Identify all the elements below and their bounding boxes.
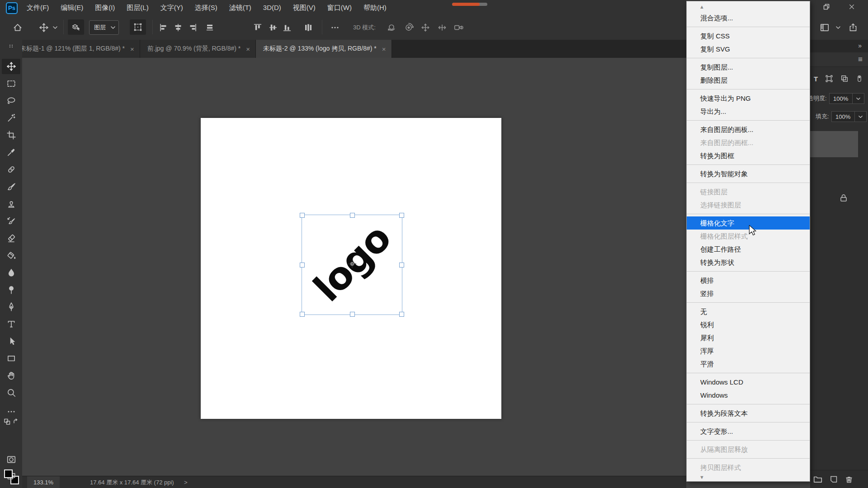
opacity-value-field[interactable]: 100% — [829, 93, 853, 104]
filter-smart-object-icon[interactable] — [840, 75, 849, 83]
3d-roll-button[interactable] — [404, 23, 414, 33]
context-menu-item-artboard-from-layers[interactable]: 来自图层的画板... — [687, 123, 810, 136]
document-canvas[interactable]: logo — [201, 118, 501, 419]
history-brush-tool[interactable] — [3, 213, 19, 229]
tool-preset-chevron[interactable] — [52, 25, 58, 30]
menu-window[interactable]: 窗口(W) — [321, 0, 358, 15]
menu-file[interactable]: 文件(F) — [21, 0, 55, 15]
align-vertical-centers-button[interactable] — [269, 23, 278, 32]
transform-bounding-box[interactable]: logo — [302, 215, 402, 315]
context-menu-item-antialias-crisp[interactable]: 犀利 — [687, 331, 810, 344]
menu-scroll-down-icon[interactable]: ▼ — [687, 474, 810, 482]
align-horizontal-centers-button[interactable] — [174, 23, 183, 32]
align-top-edges-button[interactable] — [253, 23, 262, 32]
tab-untitled-1[interactable]: 未标题-1 @ 121% (图层 1, RGB/8#) * × — [13, 40, 140, 58]
blur-tool[interactable] — [3, 265, 19, 280]
layers-panel-menu-button[interactable]: ≡ — [810, 52, 868, 67]
selected-layer-row[interactable] — [810, 131, 858, 157]
rectangle-tool[interactable] — [3, 351, 19, 366]
context-menu-item-quick-export-png[interactable]: 快速导出为 PNG — [687, 92, 810, 105]
context-menu-item-antialias-sharp[interactable]: 锐利 — [687, 318, 810, 331]
context-menu-item-create-work-path[interactable]: 创建工作路径 — [687, 243, 810, 256]
align-bottom-edges-button[interactable] — [283, 23, 292, 32]
brush-tool[interactable] — [3, 179, 19, 194]
path-selection-tool[interactable] — [3, 333, 19, 349]
crop-tool[interactable] — [3, 127, 19, 143]
transform-handle-n[interactable] — [350, 213, 355, 218]
background-layer-row[interactable] — [810, 189, 868, 207]
align-right-edges-button[interactable] — [188, 23, 197, 32]
menu-type[interactable]: 文字(Y) — [155, 0, 189, 15]
opacity-dropdown-button[interactable] — [853, 93, 864, 104]
move-tool[interactable] — [2, 59, 20, 74]
context-menu-item-copy-svg[interactable]: 复制 SVG — [687, 42, 810, 56]
transform-handle-nw[interactable] — [300, 213, 305, 218]
context-menu-item-convert-to-paragraph-text[interactable]: 转换为段落文本 — [687, 407, 810, 420]
window-close-button[interactable] — [842, 0, 862, 14]
context-menu-item-convert-to-frame[interactable]: 转换为图框 — [687, 149, 810, 162]
transform-handle-s[interactable] — [350, 312, 355, 317]
context-menu-item-convert-to-shape[interactable]: 转换为形状 — [687, 256, 810, 269]
tab-close-icon[interactable]: × — [382, 45, 386, 53]
window-restore-button[interactable] — [816, 0, 836, 14]
eyedropper-tool[interactable] — [3, 145, 19, 160]
new-group-icon[interactable] — [813, 475, 823, 484]
menu-image[interactable]: 图像(I) — [89, 0, 121, 15]
rectangular-marquee-tool[interactable] — [3, 76, 19, 91]
show-transform-controls-toggle[interactable] — [130, 19, 146, 35]
menu-select[interactable]: 选择(S) — [189, 0, 223, 15]
context-menu-item-antialias-none[interactable]: 无 — [687, 305, 810, 318]
menu-edit[interactable]: 编辑(E) — [55, 0, 89, 15]
3d-slide-button[interactable] — [437, 23, 447, 33]
context-menu-item-antialias-smooth[interactable]: 平滑 — [687, 357, 810, 371]
fill-value-field[interactable]: 100% — [831, 111, 855, 122]
distribute-vertical-button[interactable] — [304, 23, 313, 32]
3d-camera-button[interactable] — [453, 23, 464, 33]
home-button[interactable] — [13, 23, 23, 33]
lasso-tool[interactable] — [3, 93, 19, 108]
spot-healing-brush-tool[interactable] — [3, 162, 19, 177]
context-menu-item-convert-to-smart-object[interactable]: 转换为智能对象 — [687, 167, 810, 180]
auto-select-target-dropdown[interactable]: 图层 — [89, 20, 119, 35]
context-menu-item-windows[interactable]: Windows — [687, 389, 810, 402]
auto-select-toggle[interactable] — [68, 19, 84, 35]
paint-bucket-tool[interactable] — [3, 248, 19, 263]
pen-tool[interactable] — [3, 299, 19, 314]
tab-close-icon[interactable]: × — [130, 45, 134, 53]
context-menu-item-horizontal[interactable]: 横排 — [687, 274, 810, 287]
tab-close-icon[interactable]: × — [246, 45, 250, 53]
workspace-chevron[interactable] — [835, 25, 841, 30]
distribute-horizontal-button[interactable] — [205, 23, 214, 32]
context-menu-item-vertical[interactable]: 竖排 — [687, 287, 810, 300]
menu-help[interactable]: 帮助(H) — [358, 0, 392, 15]
transform-handle-ne[interactable] — [399, 213, 404, 218]
context-menu-item-antialias-strong[interactable]: 浑厚 — [687, 344, 810, 357]
quick-mask-button[interactable] — [3, 452, 19, 467]
menu-filter[interactable]: 滤镜(T) — [223, 0, 257, 15]
context-menu-item-warp-text[interactable]: 文字变形... — [687, 425, 810, 438]
transform-handle-se[interactable] — [399, 312, 404, 317]
context-menu-item-delete-layer[interactable]: 删除图层 — [687, 74, 810, 87]
context-menu-item-duplicate-layer[interactable]: 复制图层... — [687, 61, 810, 74]
context-menu-item-windows-lcd[interactable]: Windows LCD — [687, 375, 810, 389]
3d-pan-button[interactable] — [420, 23, 430, 33]
menu-layer[interactable]: 图层(L) — [121, 0, 154, 15]
fill-dropdown-button[interactable] — [855, 111, 867, 122]
eraser-tool[interactable] — [3, 230, 19, 246]
3d-orbit-button[interactable] — [387, 23, 396, 33]
menu-view[interactable]: 视图(V) — [287, 0, 321, 15]
current-tool-button[interactable] — [39, 23, 49, 33]
share-button[interactable] — [848, 23, 858, 33]
status-expand-chevron[interactable]: > — [184, 476, 188, 488]
filter-shape-layers-icon[interactable] — [825, 75, 833, 83]
zoom-level-field[interactable]: 133.1% — [27, 476, 60, 488]
context-menu-item-copy-css[interactable]: 复制 CSS — [687, 29, 810, 42]
tab-qian-jpg[interactable]: 前.jpg @ 70.9% (背景, RGB/8#) * × — [140, 40, 256, 58]
transform-handle-sw[interactable] — [300, 312, 305, 317]
transform-handle-e[interactable] — [399, 263, 404, 267]
workspace-panel-button[interactable] — [820, 23, 830, 33]
reference-point-icon[interactable] — [346, 258, 358, 272]
hand-tool[interactable] — [3, 368, 19, 383]
foreground-color-swatch[interactable] — [4, 469, 13, 478]
filter-toggle-icon[interactable] — [856, 74, 863, 83]
